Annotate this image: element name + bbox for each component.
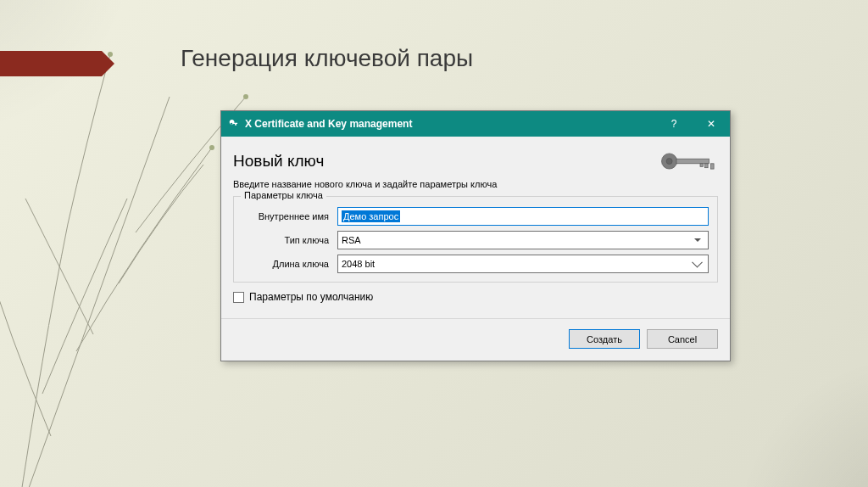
row-internal-name: Внутреннее имя Демо запрос [242,207,709,226]
accent-bar [0,51,102,76]
svg-point-4 [666,159,672,165]
svg-rect-6 [705,164,709,168]
row-key-length: Длина ключа 2048 bit [242,255,709,273]
defaults-checkbox-label: Параметры по умолчанию [249,291,373,303]
defaults-checkbox[interactable] [233,292,244,303]
dialog-heading: Новый ключ [233,152,324,171]
instruction-text: Введите название нового ключа и задайте … [233,179,718,189]
dialog-body: Новый ключ Введите название нового ключа… [221,137,730,361]
help-button[interactable]: ? [655,111,693,137]
select-key-length[interactable]: 2048 bit [337,255,709,273]
label-key-type: Тип ключа [242,235,337,245]
dialog-window: X Certificate and Key management ? ✕ Нов… [220,110,731,361]
titlebar-text: X Certificate and Key management [245,118,655,130]
svg-rect-5 [676,159,709,164]
select-key-type[interactable]: RSA [337,231,709,249]
svg-point-0 [209,145,214,150]
titlebar[interactable]: X Certificate and Key management ? ✕ [221,111,730,137]
key-params-group: Параметры ключа Внутреннее имя Демо запр… [233,196,718,283]
label-key-length: Длина ключа [242,259,337,269]
select-key-type-value: RSA [342,235,361,245]
svg-rect-7 [700,164,704,167]
separator [221,318,730,319]
close-icon: ✕ [707,118,715,130]
label-internal-name: Внутреннее имя [242,211,337,221]
close-button[interactable]: ✕ [693,111,730,137]
select-key-length-value: 2048 bit [342,259,375,269]
key-image-icon [659,148,718,174]
svg-point-2 [243,94,248,99]
svg-rect-8 [711,164,715,169]
key-icon [228,118,240,130]
slide-title: Генерация ключевой пары [181,45,473,72]
decorative-corner-bottom-right [732,351,868,487]
defaults-checkbox-row[interactable]: Параметры по умолчанию [233,291,718,303]
help-icon: ? [671,118,677,130]
cancel-button-label: Cancel [668,334,697,344]
input-internal-name-value: Демо запрос [342,210,400,222]
create-button[interactable]: Создать [569,329,640,349]
create-button-label: Создать [587,334,622,344]
input-internal-name[interactable]: Демо запрос [337,207,709,226]
button-row: Создать Cancel [233,327,718,349]
row-key-type: Тип ключа RSA [242,231,709,249]
group-title: Параметры ключа [241,190,326,200]
cancel-button[interactable]: Cancel [647,329,718,349]
